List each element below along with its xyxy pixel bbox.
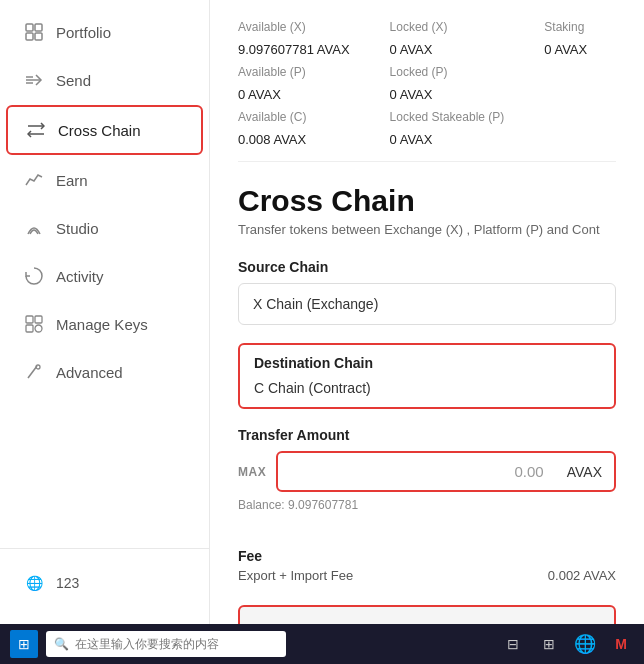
sidebar-item-advanced-label: Advanced bbox=[56, 364, 123, 381]
locked-p-label: Locked (P) bbox=[390, 65, 505, 79]
locked-p-value: 0 AVAX bbox=[390, 87, 505, 102]
svg-rect-2 bbox=[26, 33, 33, 40]
sidebar-item-activity-label: Activity bbox=[56, 268, 104, 285]
earn-icon bbox=[24, 170, 44, 190]
svg-rect-9 bbox=[26, 325, 33, 332]
transfer-amount-label: Transfer Amount bbox=[238, 427, 616, 443]
sidebar-user-label: 123 bbox=[56, 575, 79, 591]
sidebar: Portfolio Send Cross Chain bbox=[0, 0, 210, 664]
available-c-value: 0.008 AVAX bbox=[238, 132, 350, 147]
sidebar-item-user[interactable]: 🌐 123 bbox=[6, 560, 203, 606]
send-icon bbox=[24, 70, 44, 90]
available-x-label: Available (X) bbox=[238, 20, 350, 34]
sidebar-item-studio[interactable]: Studio bbox=[6, 205, 203, 251]
balance-col-1: Available (X) 9.097607781 AVAX Available… bbox=[238, 20, 350, 147]
amount-currency: AVAX bbox=[567, 464, 602, 480]
balance-hint: Balance: 9.097607781 bbox=[238, 498, 616, 512]
locked-x-value: 0 AVAX bbox=[390, 42, 505, 57]
balance-col-2: Locked (X) 0 AVAX Locked (P) 0 AVAX Lock… bbox=[390, 20, 505, 147]
svg-rect-3 bbox=[35, 33, 42, 40]
locked-stakeable-label: Locked Stakeable (P) bbox=[390, 110, 505, 124]
fee-section: Fee Export + Import Fee 0.002 AVAX bbox=[238, 548, 616, 583]
sidebar-item-earn-label: Earn bbox=[56, 172, 88, 189]
studio-icon bbox=[24, 218, 44, 238]
sidebar-item-cross-chain-label: Cross Chain bbox=[58, 122, 141, 139]
sidebar-item-portfolio[interactable]: Portfolio bbox=[6, 9, 203, 55]
locked-x-label: Locked (X) bbox=[390, 20, 505, 34]
svg-rect-8 bbox=[35, 316, 42, 323]
destination-chain-section: Destination Chain C Chain (Contract) bbox=[238, 343, 616, 409]
fee-title: Fee bbox=[238, 548, 616, 564]
sidebar-item-cross-chain[interactable]: Cross Chain bbox=[6, 105, 203, 155]
max-button[interactable]: MAX bbox=[238, 465, 266, 479]
amount-row: MAX AVAX bbox=[238, 451, 616, 492]
sidebar-item-studio-label: Studio bbox=[56, 220, 99, 237]
taskview-icon[interactable]: ⊟ bbox=[500, 631, 526, 657]
balances-row: Available (X) 9.097607781 AVAX Available… bbox=[238, 20, 616, 162]
portfolio-icon bbox=[24, 22, 44, 42]
staking-value: 0 AVAX bbox=[544, 42, 587, 57]
sidebar-item-earn[interactable]: Earn bbox=[6, 157, 203, 203]
source-chain-select[interactable]: X Chain (Exchange) bbox=[238, 283, 616, 325]
svg-rect-1 bbox=[35, 24, 42, 31]
svg-point-11 bbox=[36, 365, 40, 369]
user-globe-icon: 🌐 bbox=[24, 573, 44, 593]
source-chain-label: Source Chain bbox=[238, 259, 616, 275]
app-icon[interactable]: M bbox=[608, 631, 634, 657]
sidebar-item-send-label: Send bbox=[56, 72, 91, 89]
page-subtitle: Transfer tokens between Exchange (X) , P… bbox=[238, 222, 616, 237]
activity-icon bbox=[24, 266, 44, 286]
destination-chain-select[interactable]: C Chain (Contract) bbox=[254, 380, 600, 396]
destination-chain-box: Destination Chain C Chain (Contract) bbox=[238, 343, 616, 409]
available-p-value: 0 AVAX bbox=[238, 87, 350, 102]
amount-input-wrap: AVAX bbox=[276, 451, 616, 492]
sidebar-item-manage-keys[interactable]: Manage Keys bbox=[6, 301, 203, 347]
main-content: Available (X) 9.097607781 AVAX Available… bbox=[210, 0, 644, 664]
balance-col-3: Staking 0 AVAX bbox=[544, 20, 587, 147]
transfer-amount-section: Transfer Amount MAX AVAX Balance: 9.0976… bbox=[238, 427, 616, 530]
cross-chain-icon bbox=[26, 120, 46, 140]
chrome-icon[interactable]: 🌐 bbox=[572, 631, 598, 657]
page-title: Cross Chain bbox=[238, 184, 616, 218]
available-p-label: Available (P) bbox=[238, 65, 350, 79]
destination-chain-label: Destination Chain bbox=[254, 355, 600, 371]
svg-point-10 bbox=[35, 325, 42, 332]
fee-value: 0.002 AVAX bbox=[548, 568, 616, 583]
sidebar-item-portfolio-label: Portfolio bbox=[56, 24, 111, 41]
available-x-value: 9.097607781 AVAX bbox=[238, 42, 350, 57]
fee-label: Export + Import Fee bbox=[238, 568, 353, 583]
search-icon: 🔍 bbox=[54, 637, 69, 651]
sidebar-item-send[interactable]: Send bbox=[6, 57, 203, 103]
taskbar-search-input[interactable] bbox=[75, 637, 278, 651]
source-chain-section: Source Chain X Chain (Exchange) bbox=[238, 259, 616, 325]
sidebar-item-advanced[interactable]: Advanced bbox=[6, 349, 203, 395]
sidebar-item-manage-keys-label: Manage Keys bbox=[56, 316, 148, 333]
locked-stakeable-value: 0 AVAX bbox=[390, 132, 505, 147]
fee-row: Export + Import Fee 0.002 AVAX bbox=[238, 568, 616, 583]
svg-rect-0 bbox=[26, 24, 33, 31]
taskbar-search-box[interactable]: 🔍 bbox=[46, 631, 286, 657]
taskbar-grid-icon[interactable]: ⊞ bbox=[536, 631, 562, 657]
taskbar-icons: ⊟ ⊞ 🌐 M bbox=[500, 631, 634, 657]
svg-rect-7 bbox=[26, 316, 33, 323]
amount-input[interactable] bbox=[290, 463, 559, 480]
available-c-label: Available (C) bbox=[238, 110, 350, 124]
staking-label: Staking bbox=[544, 20, 587, 34]
sidebar-item-activity[interactable]: Activity bbox=[6, 253, 203, 299]
advanced-icon bbox=[24, 362, 44, 382]
start-button[interactable]: ⊞ bbox=[10, 630, 38, 658]
manage-keys-icon bbox=[24, 314, 44, 334]
taskbar: ⊞ 🔍 ⊟ ⊞ 🌐 M bbox=[0, 624, 644, 664]
